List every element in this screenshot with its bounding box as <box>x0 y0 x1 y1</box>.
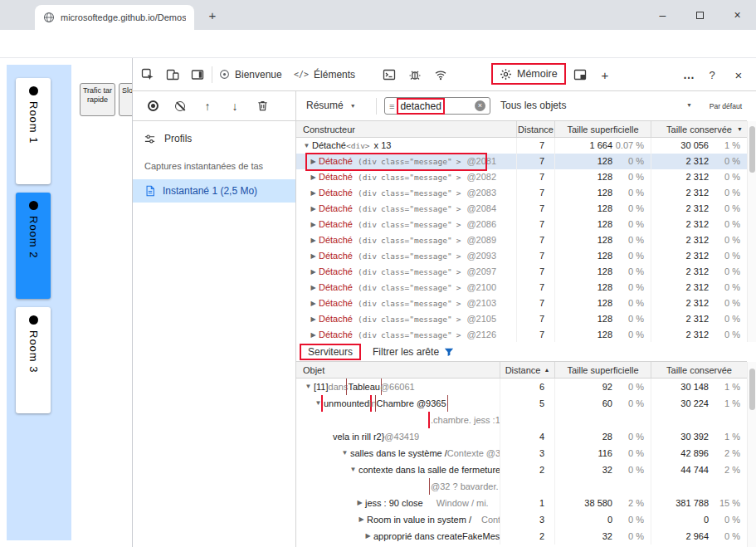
constructor-row[interactable]: ▶Détaché(divclass="message">@209771280 %… <box>296 264 747 280</box>
expander-icon[interactable]: ▼ <box>339 445 350 462</box>
size-value <box>651 478 709 495</box>
expand-icon[interactable]: ▶ <box>308 201 319 217</box>
tab-welcome[interactable]: Bienvenue <box>219 58 282 90</box>
maximize-button[interactable] <box>681 0 719 30</box>
retainers-bar: Serviteurs Filtrer les arête <box>296 342 747 362</box>
scrollbar-thumb[interactable] <box>749 369 755 410</box>
expand-icon[interactable]: ▶ <box>308 232 319 248</box>
room-button-2[interactable]: Room 2 <box>16 193 51 299</box>
constructor-row[interactable]: ▶Détaché(divclass="message">@212671280 %… <box>296 327 747 342</box>
retainer-row[interactable]: ▼[11] dans Tableau @660616920 %30 1481 % <box>296 379 747 395</box>
constructor-row[interactable]: ▶Détaché(divclass="message">@208171280 %… <box>296 154 747 169</box>
room-button-3[interactable]: Room 3 <box>16 307 51 413</box>
retainer-row[interactable]: .chambre. jess :13 <box>296 412 747 428</box>
constructor-parent-row[interactable]: ▼Détaché <div>x 1371 6640.07 %30 0561 % <box>296 138 747 154</box>
room-button-1[interactable]: Room 1 <box>16 78 51 184</box>
retainer-row[interactable]: ▼salles dans le système / Contexte @3831… <box>296 445 747 462</box>
fast-traffic-button[interactable]: Trafic tar rapide <box>80 83 115 116</box>
new-tab-button[interactable]: + <box>204 7 221 23</box>
retainer-row[interactable]: ▼unmounted in Chambre @93655600 %30 2241… <box>296 395 747 412</box>
collapse-icon[interactable]: ▼ <box>301 138 312 154</box>
expander-icon[interactable]: ▶ <box>356 511 367 528</box>
constructor-row[interactable]: ▶Détaché(divclass="message">@210571280 %… <box>296 311 747 327</box>
console-panel-icon[interactable] <box>382 67 397 82</box>
expand-icon[interactable]: ▶ <box>308 217 319 232</box>
constructor-row[interactable]: ▶Détaché(divclass="message">@210371280 %… <box>296 295 747 311</box>
expand-icon[interactable]: ▶ <box>308 311 319 327</box>
expander-icon[interactable]: ▶ <box>363 528 373 545</box>
retainer-row[interactable]: ▶Room in value in system /Contexte300 %0… <box>296 511 747 528</box>
expander-icon[interactable]: ▼ <box>303 379 314 395</box>
devtools-close-icon[interactable]: × <box>731 67 746 82</box>
constructor-row[interactable]: ▶Détaché(divclass="message">@209371280 %… <box>296 248 747 264</box>
retained-size-cell: 2 3120 % <box>651 169 747 185</box>
column-header-shallow-size[interactable]: Taille superficielle <box>555 121 651 137</box>
clear-search-icon[interactable]: × <box>475 100 485 111</box>
constructor-row[interactable]: ▶Détaché(divclass="message">@208371280 %… <box>296 185 747 201</box>
element-attr: class="message" <box>381 248 452 264</box>
expand-icon[interactable]: ▶ <box>308 264 319 280</box>
maximize-icon <box>696 12 704 19</box>
constructor-row[interactable]: ▶Détaché(divclass="message">@210071280 %… <box>296 280 747 295</box>
expand-icon[interactable]: ▶ <box>308 154 319 169</box>
close-button[interactable]: × <box>719 0 756 30</box>
column-header-distance[interactable]: Distance <box>517 121 555 137</box>
save-profile-icon[interactable]: ↓ <box>227 99 242 114</box>
expand-icon[interactable]: ▶ <box>308 295 319 311</box>
profiles-nav-item[interactable]: Profils <box>133 128 295 149</box>
expand-icon[interactable]: ▶ <box>308 327 319 342</box>
retainers-scrollbar[interactable] <box>747 362 756 547</box>
add-panel-button[interactable]: + <box>597 67 612 82</box>
browser-tab[interactable]: microsoftedge.github.io/Demos/d <box>35 5 194 30</box>
retainer-row[interactable]: @32 ? bavarder. <box>296 478 747 495</box>
column-header-shallow-size[interactable]: Taille superficielle <box>555 362 651 378</box>
column-header-distance[interactable]: Distance ▲ <box>500 362 555 378</box>
retainer-row[interactable]: ▶jess : 90 closeWindow / mi.138 5802 %38… <box>296 495 747 511</box>
devtools-help-icon[interactable]: ? <box>705 67 719 82</box>
expand-icon[interactable]: ▶ <box>308 280 319 295</box>
shallow-size-cell: 1280 % <box>555 311 651 327</box>
retainer-row[interactable]: ▶approprié dans createFakeMessag2320 %2 … <box>296 528 747 545</box>
column-header-object[interactable]: Objet <box>296 362 500 378</box>
dock-side-icon[interactable] <box>190 67 205 82</box>
size-percent: 0 % <box>612 528 651 545</box>
retainers-grid-header: Objet Distance ▲ Taille superficielle Ta… <box>296 362 747 379</box>
expander-icon[interactable]: ▼ <box>348 462 358 478</box>
expand-icon[interactable]: ▶ <box>308 169 319 185</box>
constructor-row[interactable]: ▶Détaché(divclass="message">@208971280 %… <box>296 232 747 248</box>
tab-memory-annotated[interactable]: Mémoire <box>491 63 566 85</box>
summary-dropdown[interactable]: Résumé ▼ <box>306 100 356 111</box>
column-header-constructor[interactable]: Constructeur <box>296 121 517 137</box>
filter-edges-control[interactable]: Filtrer les arête <box>373 346 454 358</box>
minimize-button[interactable]: – <box>644 0 681 30</box>
constructor-row[interactable]: ▶Détaché(divclass="message">@208471280 %… <box>296 201 747 217</box>
expander-icon[interactable]: ▼ <box>313 395 324 412</box>
expand-icon[interactable]: ▶ <box>308 185 319 201</box>
devtools-more-icon[interactable]: … <box>681 67 696 82</box>
class-filter-input[interactable]: ≡ detached × <box>384 97 490 115</box>
device-toolbar-icon[interactable] <box>165 67 180 82</box>
chevron-down-icon[interactable]: ▼ <box>686 102 692 108</box>
constructor-scrollbar[interactable] <box>747 121 756 342</box>
constructor-row[interactable]: ▶Détaché(divclass="message">@208671280 %… <box>296 217 747 232</box>
inspect-element-icon[interactable] <box>140 67 155 82</box>
constructor-row[interactable]: ▶Détaché(divclass="message">@208271280 %… <box>296 169 747 185</box>
load-profile-icon[interactable]: ↑ <box>200 99 215 114</box>
expand-icon[interactable]: ▶ <box>308 248 319 264</box>
column-header-retained-size[interactable]: Taille conservée ▼ <box>651 121 747 137</box>
retainer-row[interactable]: vela in rill r2} @434194280 %30 3921 % <box>296 428 747 445</box>
clear-profiles-icon[interactable] <box>173 99 188 114</box>
retainer-row[interactable]: ▼contexte dans la salle de fermeture2320… <box>296 462 747 478</box>
scrollbar-thumb[interactable] <box>749 126 755 173</box>
snapshot-item-selected[interactable]: Instantané 1 (2,5 Mo) <box>133 179 295 203</box>
dock-panel-icon[interactable] <box>573 67 588 82</box>
tab-elements[interactable]: </> Éléments <box>294 58 355 90</box>
network-panel-icon[interactable] <box>433 67 448 82</box>
delete-profile-icon[interactable] <box>255 99 270 114</box>
record-heap-icon[interactable] <box>145 99 160 114</box>
expander-icon[interactable]: ▶ <box>354 495 365 511</box>
objects-filter-dropdown[interactable]: Tous les objets <box>500 100 566 111</box>
debugger-panel-icon[interactable] <box>407 67 422 82</box>
column-header-retained-size[interactable]: Taille conservée <box>651 362 747 378</box>
retainers-tab-annotated[interactable]: Serviteurs <box>300 344 361 360</box>
